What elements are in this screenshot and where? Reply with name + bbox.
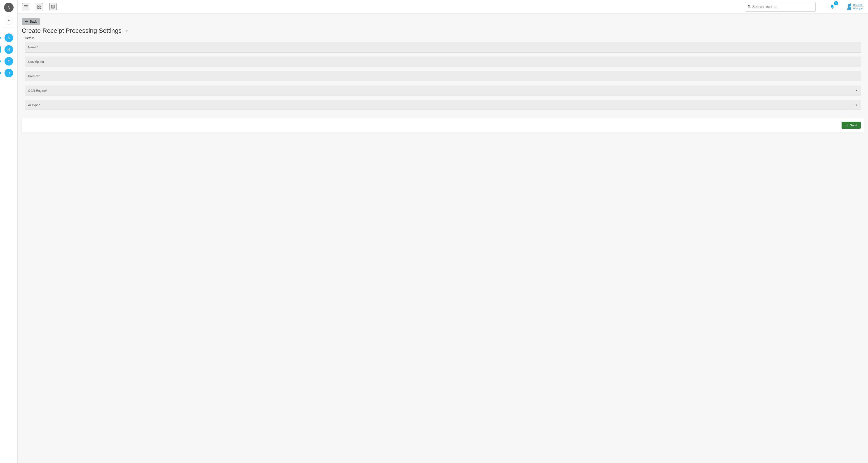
page: 16 Receipt Wrangler Back Create Receipt … <box>18 0 868 463</box>
svg-marker-16 <box>847 6 851 10</box>
content: Back Create Receipt Processing Settings … <box>18 13 868 463</box>
plus-icon <box>7 19 10 22</box>
dropdown-caret-icon <box>855 104 858 106</box>
rail-item-letter: U <box>7 71 10 75</box>
rail-item-a[interactable]: A <box>0 32 18 43</box>
required-marker: * <box>46 89 47 92</box>
details-fields: Name* Description Prompt* OCR Engine* Ai… <box>22 42 864 110</box>
save-button[interactable]: Save <box>842 122 861 129</box>
brand-mark-icon <box>847 3 852 10</box>
required-marker: * <box>37 45 38 49</box>
svg-marker-20 <box>856 104 857 105</box>
name-field-label: Name <box>28 45 36 49</box>
save-button-label: Save <box>850 123 857 127</box>
side-rail: A A M T U <box>0 0 18 463</box>
rail-item-u[interactable]: U <box>0 67 18 79</box>
rail-item-t[interactable]: T <box>0 55 18 67</box>
required-marker: * <box>38 74 39 78</box>
grid-icon <box>37 4 41 9</box>
ocr-engine-field[interactable]: OCR Engine* <box>25 86 861 96</box>
required-marker: * <box>39 103 40 107</box>
rail-indicator-dot <box>0 60 1 62</box>
rail-indicator-bar <box>0 46 1 53</box>
rail-item-m[interactable]: M <box>0 43 18 55</box>
back-button[interactable]: Back <box>22 18 40 25</box>
page-title: Create Receipt Processing Settings <box>22 27 122 34</box>
name-field[interactable]: Name* <box>25 42 861 53</box>
search-icon <box>747 5 751 8</box>
rail-item-avatar: T <box>4 57 13 66</box>
details-section-label: Details <box>25 36 864 40</box>
svg-marker-19 <box>856 90 857 91</box>
ai-type-field[interactable]: Ai Type* <box>25 100 861 110</box>
check-icon <box>845 124 848 127</box>
ocr-engine-field-label: OCR Engine <box>28 89 46 92</box>
rail-item-letter: M <box>7 48 10 51</box>
current-user-avatar[interactable]: A <box>4 3 13 12</box>
rail-indicator-dot <box>0 72 1 74</box>
svg-rect-6 <box>40 5 41 6</box>
notification-count-badge: 16 <box>834 1 838 5</box>
rail-item-letter: A <box>8 36 10 39</box>
brand-line2: Wrangler <box>853 7 864 10</box>
description-field[interactable]: Description <box>25 57 861 67</box>
list-view-button[interactable] <box>49 3 57 10</box>
svg-rect-5 <box>38 5 39 6</box>
dashboard-button[interactable] <box>36 3 43 10</box>
back-button-label: Back <box>30 20 37 23</box>
list-icon <box>51 4 55 9</box>
svg-marker-15 <box>848 3 851 7</box>
menu-icon <box>23 4 28 9</box>
footer-actions: Save <box>22 118 864 132</box>
rail-indicator-dot <box>0 37 1 39</box>
bell-icon <box>830 4 835 9</box>
page-title-row: Create Receipt Processing Settings <box>22 27 864 34</box>
rail-divider <box>3 28 15 28</box>
rail-item-avatar: U <box>4 69 13 77</box>
svg-rect-8 <box>40 7 41 8</box>
menu-button[interactable] <box>22 3 29 10</box>
current-user-avatar-letter: A <box>8 6 10 9</box>
brand-text: Receipt Wrangler <box>853 4 864 10</box>
description-field-label: Description <box>28 60 44 64</box>
brand-logo[interactable]: Receipt Wrangler <box>847 3 864 10</box>
wifi-icon <box>124 29 128 33</box>
add-group-button[interactable] <box>5 16 13 24</box>
svg-rect-7 <box>38 7 39 8</box>
rail-item-avatar: M <box>4 45 13 54</box>
arrow-left-icon <box>25 20 29 23</box>
topbar: 16 Receipt Wrangler <box>18 0 868 13</box>
prompt-field[interactable]: Prompt* <box>25 71 861 82</box>
rail-item-avatar: A <box>4 33 13 42</box>
dropdown-caret-icon <box>855 90 858 92</box>
search-input[interactable] <box>752 5 813 9</box>
brand-line1: Receipt <box>853 4 864 7</box>
svg-point-13 <box>748 6 750 7</box>
notifications-button[interactable]: 16 <box>829 3 836 10</box>
svg-line-14 <box>749 7 750 8</box>
svg-point-18 <box>126 31 127 32</box>
rail-item-letter: T <box>8 59 10 63</box>
prompt-field-label: Prompt <box>28 74 38 78</box>
ai-type-field-label: Ai Type <box>28 103 38 107</box>
search-input-wrapper[interactable] <box>745 2 815 11</box>
